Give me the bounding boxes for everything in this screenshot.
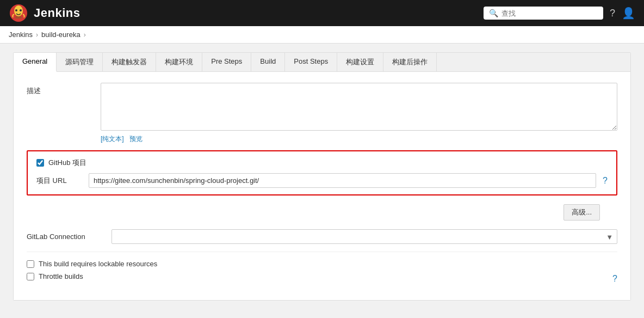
tab-pre-steps[interactable]: Pre Steps — [202, 53, 251, 71]
svg-point-2 — [15, 9, 17, 11]
project-url-row: 项目 URL ? — [36, 173, 608, 188]
url-input-wrapper: ? — [89, 173, 608, 188]
lockable-resources-row: This build requires lockable resources — [27, 260, 617, 268]
search-input[interactable] — [501, 9, 598, 17]
throttle-builds-label: Throttle builds — [39, 272, 83, 280]
throttle-row-with-help: Throttle builds ? — [27, 272, 617, 285]
user-icon[interactable]: 👤 — [622, 7, 635, 20]
tab-build-triggers[interactable]: 构建触发器 — [103, 53, 156, 71]
description-textarea[interactable] — [101, 83, 617, 131]
preview-link[interactable]: 预览 — [129, 135, 143, 143]
tab-post-steps[interactable]: Post Steps — [285, 53, 337, 71]
options-section: This build requires lockable resources T… — [27, 260, 617, 289]
gitlab-select[interactable] — [112, 229, 617, 244]
main-content: General 源码管理 构建触发器 构建环境 Pre Steps Build … — [0, 44, 644, 309]
help-icon-header[interactable]: ? — [610, 8, 615, 19]
throttle-builds-checkbox[interactable] — [27, 273, 34, 280]
svg-rect-4 — [15, 16, 22, 19]
header-left: Jenkins — [9, 3, 80, 23]
lockable-resources-label: This build requires lockable resources — [39, 260, 157, 268]
description-label: 描述 — [27, 83, 92, 96]
tab-post-build[interactable]: 构建后操作 — [383, 53, 437, 71]
app-title: Jenkins — [34, 6, 80, 20]
breadcrumb-jenkins[interactable]: Jenkins — [9, 30, 33, 39]
section-divider — [27, 252, 617, 252]
gitlab-row: GitLab Connection ▼ — [27, 229, 617, 244]
tab-content-general: 描述 [纯文本] 预览 GitHub 项目 — [14, 72, 630, 300]
tab-build-settings[interactable]: 构建设置 — [337, 53, 383, 71]
plain-text-link[interactable]: [纯文本] — [101, 135, 124, 143]
tab-general[interactable]: General — [14, 53, 57, 72]
tab-build-env[interactable]: 构建环境 — [156, 53, 202, 71]
github-section: GitHub 项目 项目 URL ? — [27, 150, 617, 195]
jenkins-logo — [9, 3, 28, 23]
tabs-container: General 源码管理 构建触发器 构建环境 Pre Steps Build … — [13, 52, 631, 301]
lockable-resources-checkbox[interactable] — [27, 260, 34, 268]
breadcrumb-sep-2: › — [84, 31, 86, 39]
description-control: [纯文本] 预览 — [101, 83, 617, 144]
description-row: 描述 [纯文本] 预览 — [27, 83, 617, 144]
header: Jenkins 🔍 ? 👤 — [0, 0, 644, 26]
github-checkbox-label: GitHub 项目 — [48, 158, 86, 168]
breadcrumb-sep-1: › — [36, 31, 38, 39]
header-right: 🔍 ? 👤 — [484, 7, 635, 20]
github-checkbox[interactable] — [36, 159, 44, 167]
advanced-row: 高级... — [27, 204, 617, 221]
search-bar[interactable]: 🔍 — [484, 7, 603, 20]
text-format-links: [纯文本] 预览 — [101, 134, 617, 144]
search-icon: 🔍 — [489, 9, 498, 17]
project-url-input[interactable] — [89, 173, 596, 188]
github-checkbox-row: GitHub 项目 — [36, 158, 608, 168]
svg-point-3 — [20, 9, 22, 11]
gitlab-select-wrapper: ▼ — [112, 229, 617, 244]
tab-source-mgmt[interactable]: 源码管理 — [57, 53, 103, 71]
advanced-button[interactable]: 高级... — [564, 204, 600, 221]
tab-build[interactable]: Build — [251, 53, 285, 71]
project-url-help-icon[interactable]: ? — [603, 176, 608, 186]
gitlab-label: GitLab Connection — [27, 233, 103, 241]
tabs-header: General 源码管理 构建触发器 构建环境 Pre Steps Build … — [14, 53, 630, 72]
breadcrumb: Jenkins › build-eureka › — [0, 26, 644, 44]
breadcrumb-build-eureka[interactable]: build-eureka — [41, 30, 81, 39]
throttle-help-icon[interactable]: ? — [612, 274, 617, 284]
throttle-builds-row: Throttle builds — [27, 272, 610, 280]
project-url-label: 项目 URL — [36, 176, 80, 186]
